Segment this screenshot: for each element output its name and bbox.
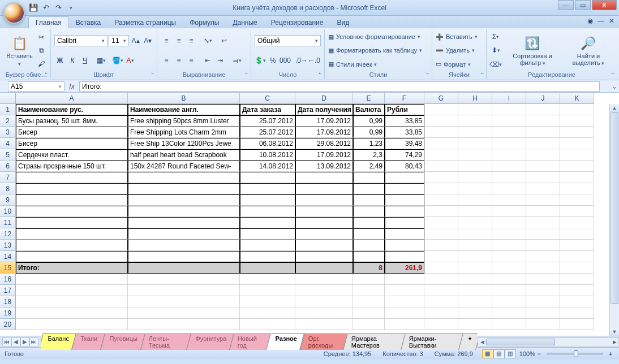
number-format-combo[interactable]: Общий [255,35,321,46]
cell-H15[interactable] [458,262,492,274]
font-group-label[interactable]: Шрифт [53,71,154,79]
cell-H7[interactable] [458,172,492,183]
cell-C4[interactable]: 06.08.2012 [240,138,295,149]
cell-C17[interactable] [240,285,295,296]
cell-I14[interactable] [492,251,526,262]
cell-E1[interactable]: Валюта [353,104,385,115]
cell-J20[interactable] [526,319,560,330]
decrease-indent-icon[interactable]: ⇤ [202,55,213,66]
cell-D15[interactable] [295,262,353,274]
cell-J12[interactable] [526,228,560,240]
alignment-group-label[interactable]: Выравнивание [160,71,248,79]
cell-D20[interactable] [295,319,353,330]
cell-B14[interactable] [128,251,240,262]
cell-D2[interactable]: 17.09.2012 [295,115,353,127]
cell-D11[interactable] [295,217,353,228]
cell-I5[interactable] [492,149,526,161]
cell-B15[interactable] [128,262,240,274]
cell-B11[interactable] [128,217,240,228]
view-normal-button[interactable]: ▦ [482,349,493,358]
cell-B9[interactable] [128,194,240,206]
scroll-down-arrow[interactable]: ▼ [610,328,619,336]
cell-E11[interactable] [353,217,385,228]
cell-B7[interactable] [128,172,240,183]
cell-K15[interactable] [560,262,594,274]
cell-K5[interactable] [560,149,594,161]
tab-insert[interactable]: Вставка [69,17,108,28]
scroll-thumb[interactable] [611,112,618,304]
cell-D16[interactable] [295,274,353,285]
cell-E18[interactable] [353,296,385,307]
cell-H17[interactable] [458,285,492,296]
cell-D12[interactable] [295,228,353,240]
cell-I8[interactable] [492,183,526,194]
cell-K17[interactable] [560,285,594,296]
fx-button[interactable]: fx [67,81,77,92]
cell-K9[interactable] [560,194,594,206]
cell-F19[interactable] [385,307,424,319]
wrap-text-icon[interactable]: ↩ [218,35,230,46]
row-header-9[interactable]: 9 [0,194,16,206]
sheet-tab-org[interactable]: Орг. расходы [300,333,348,350]
cell-A7[interactable] [16,172,128,183]
cell-E6[interactable]: 2,49 [353,161,385,172]
row-header-8[interactable]: 8 [0,183,16,194]
increase-decimal-icon[interactable]: .0→ [296,55,307,66]
cell-G19[interactable] [424,307,458,319]
decrease-font-icon[interactable]: A▾ [142,35,153,46]
cell-F15[interactable]: 261,9 [385,262,424,274]
cell-C1[interactable]: Дата заказа [240,104,295,115]
cell-I20[interactable] [492,319,526,330]
minimize-button[interactable]: — [558,0,574,10]
align-middle-icon[interactable]: ≡ [173,35,184,46]
sheet-nav-last[interactable]: ⏭ [29,337,38,346]
sheet-tab-fairs[interactable]: Ярмарки-Выставки [401,333,463,350]
row-header-18[interactable]: 18 [0,296,16,307]
cell-C6[interactable]: 14.08.2012 [240,161,295,172]
increase-font-icon[interactable]: A▴ [130,35,141,46]
cell-A11[interactable] [16,217,128,228]
cell-J8[interactable] [526,183,560,194]
row-header-19[interactable]: 19 [0,307,16,319]
clear-icon[interactable]: ⌫ [490,59,501,70]
cell-I16[interactable] [492,274,526,285]
cell-H5[interactable] [458,149,492,161]
view-page-break-button[interactable]: ▥ [505,349,516,358]
cell-F8[interactable] [385,183,424,194]
merge-center-icon[interactable]: ⫤ [231,55,242,66]
cell-F6[interactable]: 80,43 [385,161,424,172]
cell-G16[interactable] [424,274,458,285]
row-header-2[interactable]: 2 [0,115,16,127]
cell-J17[interactable] [526,285,560,296]
cell-A17[interactable] [16,285,128,296]
cell-D19[interactable] [295,307,353,319]
cell-K10[interactable] [560,206,594,217]
cell-I12[interactable] [492,228,526,240]
cell-J19[interactable] [526,307,560,319]
cell-H2[interactable] [458,115,492,127]
row-header-3[interactable]: 3 [0,127,16,138]
cell-D6[interactable]: 13.09.2012 [295,161,353,172]
cell-E20[interactable] [353,319,385,330]
cell-K3[interactable] [560,127,594,138]
cell-F18[interactable] [385,296,424,307]
insert-cells-button[interactable]: ➕ Вставить [436,31,483,42]
cell-C10[interactable] [240,206,295,217]
hscroll-right[interactable]: ▶ [611,339,618,345]
vertical-scrollbar[interactable]: ▲ ▼ [609,104,619,336]
cell-A6[interactable]: Стразы прозрачные 150 шт. [16,161,128,172]
cell-I7[interactable] [492,172,526,183]
sort-filter-button[interactable]: 🔃 Сортировка и фильтр [502,31,562,71]
cell-B6[interactable]: 150x 24287 Round Faceted Sew- [128,161,240,172]
cell-B8[interactable] [128,183,240,194]
autosum-icon[interactable]: Σ [490,31,501,42]
cell-D8[interactable] [295,183,353,194]
cell-K16[interactable] [560,274,594,285]
cell-K20[interactable] [560,319,594,330]
cell-D14[interactable] [295,251,353,262]
cell-D13[interactable] [295,240,353,251]
cell-C5[interactable]: 10.08.2012 [240,149,295,161]
redo-icon[interactable]: ↷ [53,3,63,13]
cell-E17[interactable] [353,285,385,296]
cell-B13[interactable] [128,240,240,251]
